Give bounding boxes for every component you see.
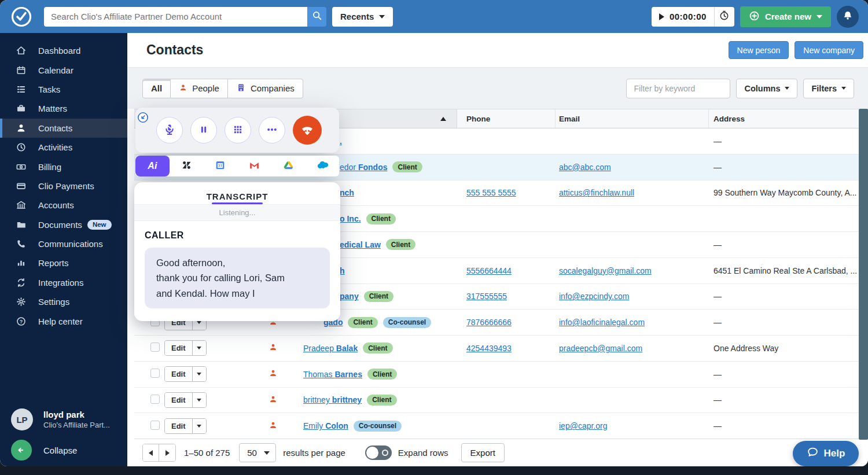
app-tile-gmail[interactable] [237, 156, 271, 176]
end-call-button[interactable] [293, 116, 322, 145]
global-search-input[interactable] [44, 7, 307, 27]
create-new-button[interactable]: Create new [740, 6, 831, 27]
edit-button[interactable]: Edit [165, 341, 193, 355]
contact-name-link[interactable]: o Inc. [340, 214, 361, 223]
email-link[interactable]: iep@capr.org [559, 421, 607, 430]
search-button[interactable] [307, 7, 326, 27]
recents-dropdown[interactable]: Recents [332, 7, 393, 27]
columns-dropdown[interactable]: Columns [736, 79, 797, 98]
new-person-button[interactable]: New person [729, 41, 789, 59]
help-button[interactable]: Help [793, 441, 859, 466]
filter-keyword-input[interactable] [626, 79, 730, 98]
column-header-email[interactable]: Email [556, 109, 709, 128]
email-link[interactable]: info@laoficinalegal.com [559, 318, 645, 327]
row-checkbox[interactable] [150, 395, 160, 404]
contact-name-link[interactable]: Pradeep Balak [303, 344, 358, 353]
sidebar-item-matters[interactable]: Matters [0, 99, 127, 118]
sidebar-item-accounts[interactable]: Accounts [0, 196, 127, 215]
contact-name-link[interactable]: pany [340, 292, 359, 301]
phone-link[interactable]: 7876666666 [466, 318, 512, 327]
tab-companies[interactable]: Companies [228, 79, 303, 98]
edit-dropdown-button[interactable] [193, 419, 206, 433]
app-tile-gcal[interactable]: 31 [203, 156, 237, 176]
edit-button[interactable]: Edit [165, 419, 193, 433]
sidebar-item-calendar[interactable]: Calendar [0, 60, 127, 79]
contact-name-link[interactable]: Emily Colon [303, 421, 348, 430]
tab-people[interactable]: People [171, 79, 228, 98]
contact-name-link[interactable]: Thomas Barnes [303, 370, 362, 379]
contact-name-link[interactable]: edor Fondos [340, 163, 387, 172]
row-checkbox[interactable] [150, 343, 160, 352]
edit-button[interactable]: Edit [165, 367, 193, 381]
chevron-down-icon [816, 15, 822, 19]
dialpad-button[interactable] [225, 117, 251, 143]
status-badge: Client [367, 395, 396, 406]
transcript-tab[interactable]: TRANSCRIPT [134, 182, 340, 204]
sidebar-item-clio-payments[interactable]: Clio Payments [0, 176, 127, 196]
clio-logo-icon[interactable] [10, 6, 32, 28]
column-header-phone[interactable]: Phone [457, 109, 556, 128]
app-tile-salesforce[interactable] [305, 156, 339, 176]
sidebar-item-contacts[interactable]: Contacts [0, 119, 127, 138]
export-button[interactable]: Export [461, 443, 505, 462]
edit-dropdown-button[interactable] [193, 341, 206, 355]
person-icon [179, 83, 187, 94]
edit-dropdown-button[interactable] [193, 393, 206, 407]
phone-link[interactable]: 4254439493 [466, 344, 512, 353]
filters-dropdown[interactable]: Filters [803, 79, 854, 98]
sidebar-item-integrations[interactable]: Integrations [0, 273, 127, 292]
new-company-button[interactable]: New company [795, 41, 863, 59]
clock-button[interactable] [715, 7, 734, 27]
question-icon: ? [15, 315, 27, 327]
edit-button[interactable]: Edit [165, 393, 193, 407]
column-header-address[interactable]: Address [709, 109, 859, 128]
prev-page-button[interactable] [143, 444, 159, 461]
edit-dropdown-button[interactable] [193, 367, 206, 381]
user-menu[interactable]: LP lloyd park Clio's Affiliate Part... [0, 408, 127, 430]
minimize-widget-button[interactable] [137, 112, 149, 123]
row-checkbox[interactable] [150, 369, 160, 378]
expand-rows-toggle[interactable] [365, 445, 392, 460]
sidebar-item-communications[interactable]: Communications [0, 234, 127, 253]
email-link[interactable]: info@ezpcindy.com [559, 292, 629, 301]
calendar-icon [15, 64, 27, 76]
user-name: lloyd park [43, 410, 110, 421]
tab-all[interactable]: All [142, 79, 171, 98]
contact-name-link[interactable]: edical Law [340, 240, 381, 249]
plus-circle-icon [749, 10, 760, 23]
email-link[interactable]: socalegalguy@gmail.com [559, 266, 652, 275]
vertical-scrollbar[interactable] [859, 109, 868, 440]
sidebar-item-settings[interactable]: Settings [0, 292, 127, 311]
phone-link[interactable]: 317555555 [466, 292, 507, 301]
contact-name-link[interactable]: h [340, 266, 345, 275]
email-link[interactable]: pradeepcb@gmail.com [559, 344, 642, 353]
sidebar-item-documents[interactable]: DocumentsNew [0, 215, 127, 234]
sidebar-item-tasks[interactable]: Tasks [0, 80, 127, 99]
sidebar-item-reports[interactable]: Reports [0, 253, 127, 273]
contact-name-link[interactable]: brittney brittney [303, 395, 362, 404]
phone-link[interactable]: 5556664444 [466, 266, 512, 275]
svg-text:?: ? [19, 318, 22, 324]
collapse-sidebar-button[interactable]: Collapse [0, 440, 127, 461]
phone-link[interactable]: 555 555 5555 [466, 188, 516, 197]
email-link[interactable]: atticus@finchlaw.null [559, 188, 634, 197]
app-tile-ai[interactable]: Ai [135, 156, 170, 176]
row-checkbox[interactable] [150, 421, 160, 430]
per-page-select[interactable]: 50 [239, 443, 276, 462]
status-badge: Co-counsel [383, 317, 431, 328]
sidebar-item-help-center[interactable]: ?Help center [0, 311, 127, 330]
app-tile-drive[interactable] [271, 156, 306, 176]
sidebar-item-billing[interactable]: Billing [0, 157, 127, 176]
mute-mic-button[interactable] [156, 117, 183, 143]
hold-call-button[interactable] [190, 117, 217, 143]
contact-name-link[interactable]: nch [340, 188, 354, 197]
sidebar-item-activities[interactable]: Activities [0, 138, 127, 157]
next-page-button[interactable] [159, 444, 175, 461]
address-cell: 6451 El Camino Real Ste A Carlsbad, ... [713, 266, 857, 275]
email-link[interactable]: abc@abc.com [559, 163, 611, 172]
app-tile-zendesk[interactable] [170, 156, 204, 176]
timer-start-button[interactable]: 00:00:00 [652, 7, 715, 27]
notifications-button[interactable] [837, 6, 859, 28]
sidebar-item-dashboard[interactable]: Dashboard [0, 41, 127, 60]
more-options-button[interactable] [259, 117, 285, 143]
